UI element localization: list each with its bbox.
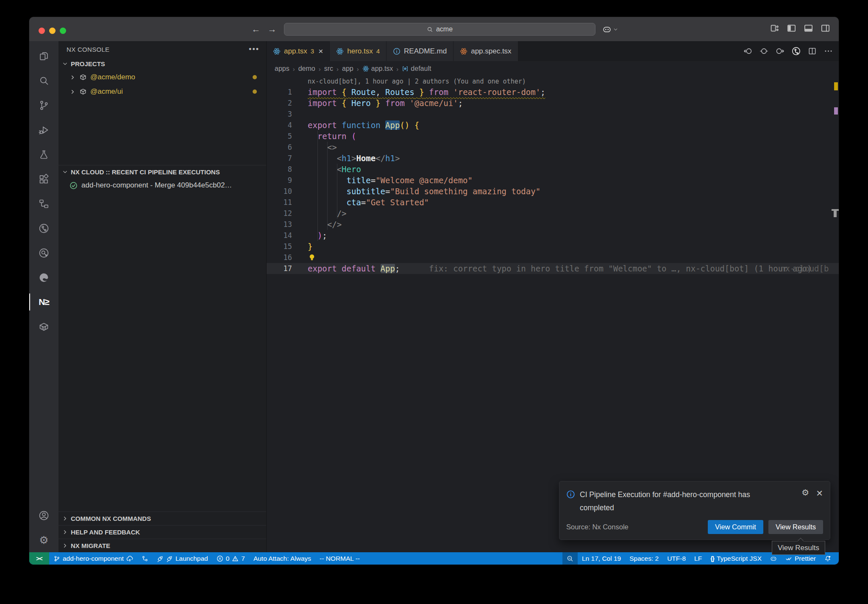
status-item-language-mode[interactable]: {}TypeScript JSX [706,552,766,565]
code-line-16[interactable]: 16 [267,252,839,263]
breadcrumb-item-demo[interactable]: demo [298,65,315,73]
nav-fwd-circle-icon[interactable] [776,47,785,56]
blame-overflow-text: nx-cloud[b [780,263,832,274]
more-actions-icon[interactable]: ••• [249,45,259,54]
code-line-8[interactable]: 8 <Hero [267,164,839,175]
status-item-encoding[interactable]: UTF-8 [663,552,690,565]
breadcrumb-item-default[interactable]: default [402,65,431,73]
code-line-1[interactable]: 1import { Route, Routes } from 'react-ro… [267,87,839,98]
view-commit-button[interactable]: View Commit [708,520,763,534]
code-line-12[interactable]: 12 /> [267,208,839,219]
line-number: 13 [267,219,292,230]
line-number: 12 [267,208,292,219]
breadcrumb-label: apps [275,65,289,73]
code-line-3[interactable]: 3 [267,109,839,120]
code-line-6[interactable]: 6 <> [267,142,839,153]
activity-bar-item-nx-run[interactable] [29,216,58,240]
status-item-eol[interactable]: LF [690,552,706,565]
toggle-primary-sidebar-icon[interactable] [787,23,796,33]
history-forward-button[interactable]: → [266,23,278,35]
breadcrumb-item-apps[interactable]: apps [275,65,289,73]
breadcrumb-separator: › [337,65,339,73]
maximize-window-button[interactable] [60,28,66,34]
activity-bar-item-settings[interactable]: ⚙ [29,528,58,552]
minimize-window-button[interactable] [49,28,56,34]
code-line-17[interactable]: 17export default App; fix: correct typo … [267,263,839,274]
code-line-7[interactable]: 7 <h1>Home</h1> [267,153,839,164]
section-label: PROJECTS [71,60,105,67]
ellipsis-icon[interactable] [824,47,833,56]
code-line-4[interactable]: 4export function App() { [267,120,839,131]
sidebar: NX CONSOLE ••• PROJECTS@acme/demo@acme/u… [58,41,267,552]
project-item--acme-demo[interactable]: @acme/demo [58,70,266,84]
sidebar-section-common-nx-commands[interactable]: COMMON NX COMMANDS [58,512,266,525]
history-back-button[interactable]: ← [250,23,262,35]
activity-bar-item-nx-console[interactable]: N≥ [29,290,58,314]
close-icon[interactable]: ✕ [816,488,823,515]
indent-guide [337,164,337,219]
code-line-5[interactable]: 5 return ( [267,131,839,142]
nav-back-circle-icon[interactable] [743,47,752,56]
status-item-indentation[interactable]: Spaces: 2 [625,552,663,565]
sidebar-section-projects[interactable]: PROJECTS [58,57,266,70]
close-tab-icon[interactable]: × [318,47,323,56]
view-results-button[interactable]: View Results [768,520,823,534]
activity-bar-item-source-control[interactable] [29,93,58,117]
customize-layout-icon[interactable] [770,23,779,33]
activity-bar-item-edge-browser[interactable] [29,265,58,290]
activity-bar-item-run-and-debug[interactable] [29,117,58,142]
tab-app-tsx[interactable]: app.tsx3× [267,41,330,61]
code-line-13[interactable]: 13 </> [267,219,839,230]
tab-hero-tsx[interactable]: hero.tsx4 [330,41,387,61]
breadcrumb-item-app-tsx[interactable]: app.tsx [362,65,393,73]
toggle-secondary-sidebar-icon[interactable] [821,23,830,33]
execution-label: add-hero-component - Merge 409b44e5cb02… [81,181,232,190]
lightbulb-icon[interactable] [308,253,316,262]
ci-pipeline-execution-item[interactable]: add-hero-component - Merge 409b44e5cb02… [58,178,266,193]
copilot-menu-button[interactable] [602,23,618,36]
code-line-14[interactable]: 14 ); [267,230,839,241]
split-editor-icon[interactable] [808,47,817,56]
activity-bar-item-containers[interactable] [29,314,58,339]
activity-bar-item-references[interactable] [29,191,58,216]
chevron-down-icon [613,27,618,32]
breadcrumb-item-app[interactable]: app [342,65,353,73]
tab-README-md[interactable]: README.md [387,41,453,61]
code-line-9[interactable]: 9 title="Welcome @acme/demo" [267,175,839,186]
status-item-cursor-position[interactable]: Ln 17, Col 19 [578,552,625,565]
tab-app-spec-tsx[interactable]: app.spec.tsx [453,41,518,61]
activity-bar-item-explorer[interactable] [29,44,58,68]
status-item-vim-mode[interactable]: -- NORMAL -- [315,552,364,565]
breadcrumb-item-src[interactable]: src [324,65,333,73]
code-line-15[interactable]: 15} [267,241,839,252]
remote-indicator[interactable]: >< [29,552,49,565]
codelens-blame[interactable]: nx-cloud[bot], 1 hour ago | 2 authors (Y… [308,77,526,86]
status-item-git-graph[interactable] [137,552,153,565]
status-item-branch[interactable]: add-hero-component [49,552,137,565]
code-line-10[interactable]: 10 subtitle="Build something amazing tod… [267,186,839,197]
notification-settings-icon[interactable]: ⚙ [801,488,809,515]
code-line-11[interactable]: 11 cta="Get Started" [267,197,839,208]
line-content: export default App; fix: correct typo in… [292,263,812,274]
status-item-launchpad[interactable]: Launchpad [153,552,212,565]
sidebar-section-help-and-feedback[interactable]: HELP AND FEEDBACK [58,525,266,539]
activity-bar-item-account[interactable] [29,503,58,528]
command-center-search[interactable]: acme [284,23,595,36]
code-line-2[interactable]: 2import { Hero } from '@acme/ui'; [267,98,839,109]
toggle-panel-icon[interactable] [804,23,813,33]
project-item--acme-ui[interactable]: @acme/ui [58,84,266,99]
line-number: 8 [267,164,292,175]
sidebar-section-nx-cloud-executions[interactable]: NX CLOUD :: RECENT CI PIPELINE EXECUTION… [58,165,266,178]
activity-bar-item-testing[interactable] [29,142,58,167]
run-graph-circle-icon[interactable] [792,47,801,56]
nav-circle-icon[interactable] [760,47,768,56]
activity-bar-item-extensions[interactable] [29,167,58,191]
dirty-count-badge: 3 [311,48,314,55]
activity-bar-item-nx-graph-search[interactable] [29,240,58,265]
status-item-auto-attach[interactable]: Auto Attach: Always [249,552,315,565]
status-item-problems[interactable]: 07 [212,552,249,565]
status-item-zoom-indicator[interactable] [562,552,578,565]
sidebar-section-nx-migrate[interactable]: NX MIGRATE [58,539,266,552]
close-window-button[interactable] [39,28,45,34]
activity-bar-item-search[interactable] [29,68,58,93]
